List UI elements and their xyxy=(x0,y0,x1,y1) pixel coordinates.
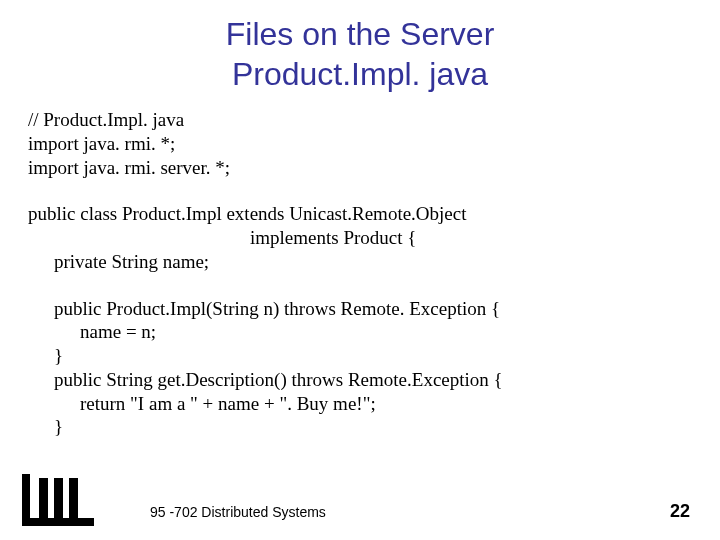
code-line: public String get.Description() throws R… xyxy=(28,368,692,392)
code-line: import java. rmi. server. *; xyxy=(28,156,692,180)
slide-title: Files on the Server Product.Impl. java xyxy=(0,0,720,94)
code-line: implements Product { xyxy=(28,226,692,250)
code-line: private String name; xyxy=(28,250,692,274)
blank-line xyxy=(28,274,692,297)
page-number: 22 xyxy=(670,501,690,522)
code-line: public class Product.Impl extends Unicas… xyxy=(28,202,692,226)
logo-icon xyxy=(22,474,94,526)
code-line: } xyxy=(28,415,692,439)
svg-rect-0 xyxy=(22,518,94,526)
code-line: name = n; xyxy=(28,320,692,344)
code-content: // Product.Impl. java import java. rmi. … xyxy=(0,108,720,439)
svg-rect-2 xyxy=(39,478,48,518)
title-line-1: Files on the Server xyxy=(0,14,720,54)
code-line: } xyxy=(28,344,692,368)
title-line-2: Product.Impl. java xyxy=(0,54,720,94)
code-line: import java. rmi. *; xyxy=(28,132,692,156)
svg-rect-3 xyxy=(54,478,63,518)
code-line: public Product.Impl(String n) throws Rem… xyxy=(28,297,692,321)
code-line: return "I am a " + name + ". Buy me!"; xyxy=(28,392,692,416)
code-line: // Product.Impl. java xyxy=(28,108,692,132)
footer-text: 95 -702 Distributed Systems xyxy=(150,504,326,520)
blank-line xyxy=(28,179,692,202)
svg-rect-4 xyxy=(69,478,78,518)
svg-rect-1 xyxy=(22,474,30,526)
